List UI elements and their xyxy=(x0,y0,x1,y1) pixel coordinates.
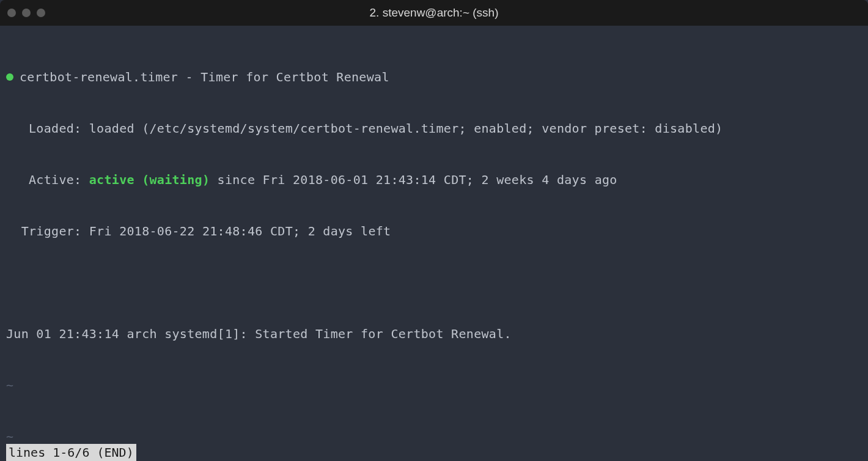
pager-tilde: ~ xyxy=(6,428,862,445)
systemd-unit-header-line: certbot-renewal.timer - Timer for Certbo… xyxy=(6,68,862,86)
trigger-label: Trigger: xyxy=(6,224,89,238)
active-since: since Fri 2018-06-01 21:43:14 CDT; 2 wee… xyxy=(210,172,617,187)
window-title: 2. stevenw@arch:~ (ssh) xyxy=(370,5,499,21)
status-dot-icon xyxy=(6,73,13,81)
blank-line xyxy=(6,274,862,291)
loaded-value: loaded (/etc/systemd/system/certbot-rene… xyxy=(89,121,723,136)
log-line: Jun 01 21:43:14 arch systemd[1]: Started… xyxy=(6,325,862,342)
trigger-value: Fri 2018-06-22 21:48:46 CDT; 2 days left xyxy=(89,224,391,238)
loaded-line: Loaded: loaded (/etc/systemd/system/cert… xyxy=(6,120,862,137)
active-line: Active: active (waiting) since Fri 2018-… xyxy=(6,171,862,188)
traffic-lights xyxy=(7,9,45,17)
pager-status-bar: lines 1-6/6 (END) xyxy=(6,444,136,461)
active-label: Active: xyxy=(6,172,89,187)
close-window-icon[interactable] xyxy=(7,9,16,17)
maximize-window-icon[interactable] xyxy=(37,9,45,17)
loaded-label: Loaded: xyxy=(6,121,89,136)
minimize-window-icon[interactable] xyxy=(22,9,31,17)
pager-tilde: ~ xyxy=(6,377,862,394)
unit-name: certbot-renewal.timer xyxy=(20,70,178,84)
active-status: active (waiting) xyxy=(89,172,210,187)
unit-description: Timer for Certbot Renewal xyxy=(200,70,389,84)
window-titlebar: 2. stevenw@arch:~ (ssh) xyxy=(0,0,868,26)
unit-separator: - xyxy=(178,70,200,84)
terminal-output[interactable]: certbot-renewal.timer - Timer for Certbo… xyxy=(0,26,868,461)
trigger-line: Trigger: Fri 2018-06-22 21:48:46 CDT; 2 … xyxy=(6,223,862,240)
